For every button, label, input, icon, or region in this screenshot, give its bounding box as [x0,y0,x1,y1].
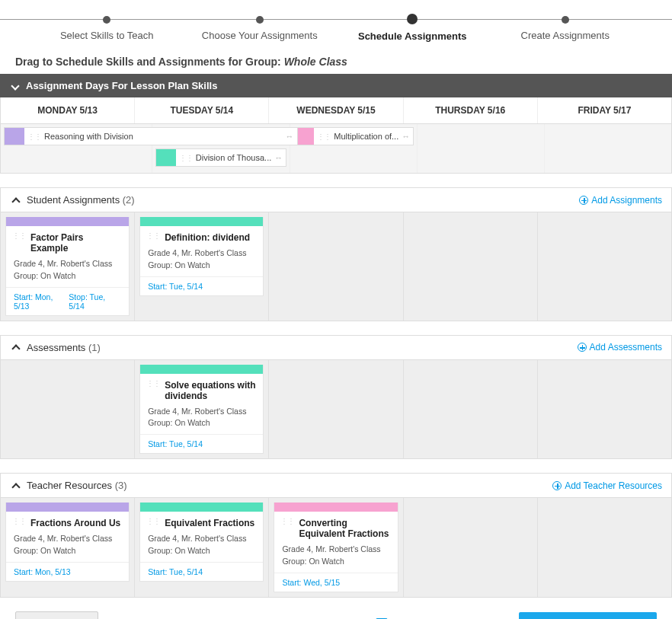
resource-card[interactable]: ⋮⋮Equivalent Fractions Grade 4, Mr. Robe… [139,503,264,582]
drag-grip-icon[interactable]: ⋮⋮ [146,232,160,240]
section-header-teacher-resources[interactable]: Teacher Resources (3) Add Teacher Resour… [0,473,672,498]
back-button[interactable]: Back [15,611,98,620]
assignment-card[interactable]: ⋮⋮Factor Pairs Example Grade 4, Mr. Robe… [5,217,130,316]
drag-grip-icon[interactable]: ⋮⋮ [314,132,334,141]
chevron-up-icon [11,197,20,206]
assessments-grid: ⋮⋮Solve equations with dividends Grade 4… [0,360,672,460]
footer: Back Print or Create PDFPDF Create Assig… [0,598,672,620]
stepper-line [0,19,672,20]
day-header-wed: WEDNESDAY 5/15 [269,97,403,123]
resource-card[interactable]: ⋮⋮Converting Equivalent Fractions Grade … [274,503,398,592]
plus-circle-icon [579,196,588,205]
step-dot [562,16,569,24]
day-header-mon: MONDAY 5/13 [1,97,135,123]
card-color-bar [274,503,397,512]
teacher-resources-grid: ⋮⋮Fractions Around Us Grade 4, Mr. Rober… [0,498,672,598]
chevron-up-icon [11,344,20,353]
drag-grip-icon[interactable]: ⋮⋮ [24,132,44,141]
assessment-card[interactable]: ⋮⋮Solve equations with dividends Grade 4… [139,365,264,455]
assignment-card[interactable]: ⋮⋮Definition: dividend Grade 4, Mr. Robe… [139,217,264,296]
plus-circle-icon [552,481,562,490]
drag-grip-icon[interactable]: ⋮⋮ [280,518,294,525]
skills-grid: ⋮⋮ Reasoning with Division ↔ ⋮⋮ Division… [0,124,672,174]
create-assignments-button[interactable]: Create Assignments [519,612,657,620]
resize-handle-icon[interactable]: ↔ [398,132,413,141]
drag-grip-icon[interactable]: ⋮⋮ [176,154,196,162]
step-dot [407,14,418,24]
card-color-bar [140,217,263,226]
stepper: Select Skills to Teach Choose Your Assig… [0,0,672,49]
card-color-bar [140,503,263,512]
plus-circle-icon [578,343,587,352]
add-assessments-link[interactable]: Add Assessments [578,342,662,353]
week-header: MONDAY 5/13 TUESDAY 5/14 WEDNESDAY 5/15 … [0,97,672,124]
resize-handle-icon[interactable]: ↔ [271,153,286,162]
add-assignments-link[interactable]: Add Assignments [579,195,662,206]
skill-pill[interactable]: ⋮⋮ Multiplication of... ↔ [293,127,414,145]
assignment-days-header[interactable]: Assignment Days For Lesson Plan Skills [0,74,672,97]
drag-grip-icon[interactable]: ⋮⋮ [146,380,160,388]
drag-grip-icon[interactable]: ⋮⋮ [12,518,26,525]
resource-card[interactable]: ⋮⋮Fractions Around Us Grade 4, Mr. Rober… [5,503,130,582]
drag-grip-icon[interactable]: ⋮⋮ [146,518,160,525]
step-dot [103,16,110,24]
card-color-bar [140,365,263,374]
student-assignments-grid: ⋮⋮Factor Pairs Example Grade 4, Mr. Robe… [0,212,672,321]
resize-handle-icon[interactable]: ↔ [283,132,297,141]
chevron-up-icon [11,483,20,491]
day-header-fri: FRIDAY 5/17 [538,97,671,123]
day-header-tue: TUESDAY 5/14 [135,97,269,123]
drag-grip-icon[interactable]: ⋮⋮ [12,232,26,240]
skill-color-swatch [156,149,176,166]
page-subtitle: Drag to Schedule Skills and Assignments … [0,49,672,74]
step-dot [256,16,264,24]
card-color-bar [6,503,129,512]
skill-pill[interactable]: ⋮⋮ Reasoning with Division ↔ [4,127,298,145]
chevron-down-icon [11,81,19,90]
day-header-thu: THURSDAY 5/16 [404,97,538,123]
card-color-bar [6,217,129,226]
add-teacher-resources-link[interactable]: Add Teacher Resources [552,480,662,491]
skill-color-swatch [5,128,24,145]
section-header-student-assignments[interactable]: Student Assignments (2) Add Assignments [0,187,672,212]
section-header-assessments[interactable]: Assessments (1) Add Assessments [0,335,672,360]
skill-pill[interactable]: ⋮⋮ Division of Thousa... ↔ [155,148,286,167]
